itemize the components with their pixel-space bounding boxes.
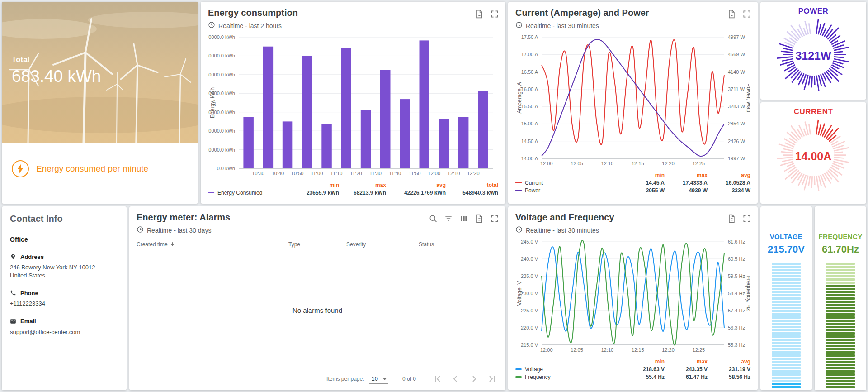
svg-text:12:10: 12:10	[601, 161, 614, 166]
frequency-level-gauge	[826, 263, 855, 389]
legend-stats-header: min max avg	[515, 358, 750, 365]
voltage-frequency-line-chart[interactable]: 215.0 V55.3 Hz220.0 V56.3 Hz225.0 V57.4 …	[508, 235, 758, 356]
clock-icon	[208, 21, 215, 30]
items-per-page-select[interactable]: 10	[369, 373, 388, 384]
power-gauge: 3121W	[775, 17, 851, 95]
svg-text:20000.0 kWh: 20000.0 kWh	[208, 128, 235, 134]
total-caption: Energy consumed per minute	[36, 164, 148, 174]
legend-row-energy-consumed: Energy Consumed 23655.9 kWh 68213.9 kWh …	[208, 189, 498, 196]
power-gauge-card: POWER 3121W	[760, 2, 866, 100]
fullscreen-icon[interactable]	[490, 214, 499, 223]
svg-text:10000.0 kWh: 10000.0 kWh	[208, 147, 235, 153]
svg-text:12:10: 12:10	[448, 171, 460, 176]
svg-text:11:40: 11:40	[389, 171, 401, 176]
svg-text:16.50 A: 16.50 A	[521, 69, 538, 75]
svg-text:70000.0 kWh: 70000.0 kWh	[208, 34, 235, 40]
svg-text:215.0 V: 215.0 V	[521, 342, 538, 348]
next-page-button[interactable]	[465, 370, 483, 388]
stat-min: 2055 W	[622, 187, 665, 194]
timewindow-label[interactable]: Realtime - last 30 days	[147, 227, 211, 234]
svg-text:3711 W: 3711 W	[728, 86, 745, 92]
legend-stats-header: min max avg total	[208, 181, 498, 189]
timewindow-label[interactable]: Realtime - last 30 minutes	[526, 227, 599, 234]
page-range-label: 0 of 0	[402, 376, 416, 382]
voltage-gauge-value: 215.70V	[768, 244, 805, 255]
stat-min: 23655.9 kWh	[300, 190, 339, 196]
column-status[interactable]: Status	[419, 241, 498, 248]
svg-text:11:20: 11:20	[350, 171, 362, 176]
first-page-button[interactable]	[429, 370, 447, 388]
svg-text:12:05: 12:05	[571, 347, 583, 353]
svg-text:235.0 V: 235.0 V	[521, 273, 538, 279]
svg-text:12:20: 12:20	[467, 171, 480, 176]
last-page-button[interactable]	[483, 370, 501, 388]
current-power-card: Current (Amperage) and Power Realtime - …	[508, 2, 758, 204]
total-value: 683.40 kWh	[12, 67, 101, 86]
previous-page-button[interactable]	[447, 370, 465, 388]
avg-header: avg	[708, 172, 750, 178]
export-widget-icon[interactable]	[475, 214, 484, 223]
filter-icon[interactable]	[444, 214, 453, 223]
series-name: Voltage	[525, 366, 543, 373]
current-gauge-value: 14.00A	[775, 117, 851, 195]
voltage-frequency-legend: min max avg Voltage 218.63 V 243.35 V 23…	[508, 356, 758, 385]
svg-text:55.3 Hz: 55.3 Hz	[728, 342, 745, 348]
fullscreen-icon[interactable]	[742, 10, 751, 19]
legend-series-toggle[interactable]: Current	[515, 180, 622, 186]
series-swatch	[208, 192, 214, 193]
frequency-gauge-value: 61.70Hz	[822, 244, 859, 255]
legend-series-toggle[interactable]: Energy Consumed	[208, 190, 300, 196]
card-title: Voltage and Frequency	[515, 212, 614, 223]
legend-row-voltage: Voltage 218.63 V 243.35 V 231.19 V	[515, 365, 750, 373]
stat-avg: 231.19 V	[708, 366, 750, 373]
series-swatch	[515, 190, 522, 191]
svg-text:12:20: 12:20	[662, 161, 675, 166]
current-power-line-chart[interactable]: 14.00 A1997 W14.50 A2426 W15.00 A2854 W1…	[508, 31, 758, 169]
svg-text:12:20: 12:20	[662, 347, 675, 353]
export-widget-icon[interactable]	[475, 10, 484, 19]
svg-text:59.5 Hz: 59.5 Hz	[728, 273, 745, 279]
card-title: Energy consumption	[208, 8, 298, 18]
energy-bar-chart[interactable]: 0.0 kWh10000.0 kWh20000.0 kWh30000.0 kWh…	[201, 31, 505, 179]
column-created-time[interactable]: Created time	[137, 241, 288, 248]
search-icon[interactable]	[429, 214, 438, 223]
column-type[interactable]: Type	[288, 241, 346, 248]
columns-icon[interactable]	[459, 214, 468, 223]
legend-series-toggle[interactable]: Voltage	[515, 366, 622, 373]
legend-series-toggle[interactable]: Power	[515, 187, 622, 194]
svg-text:11:10: 11:10	[330, 171, 343, 176]
fullscreen-icon[interactable]	[742, 214, 751, 223]
lightning-bolt-icon	[12, 160, 29, 177]
svg-text:11:00: 11:00	[311, 171, 323, 176]
svg-text:60.5 Hz: 60.5 Hz	[728, 256, 745, 262]
fullscreen-icon[interactable]	[490, 10, 499, 19]
export-widget-icon[interactable]	[727, 10, 736, 19]
alarms-table-footer: Items per page: 10 0 of 0	[129, 367, 505, 390]
stat-min: 55.4 Hz	[622, 374, 665, 380]
column-severity[interactable]: Severity	[346, 241, 419, 248]
legend-row-current: Current 14.45 A 17.4333 A 16.0528 A	[515, 179, 750, 186]
email-value[interactable]: support@office-center.com	[10, 328, 118, 336]
min-header: min	[622, 359, 665, 365]
export-widget-icon[interactable]	[727, 214, 736, 223]
legend-series-toggle[interactable]: Frequency	[515, 374, 622, 380]
svg-text:17.00 A: 17.00 A	[521, 52, 538, 57]
email-icon	[10, 318, 16, 325]
address-item: Address 246 Bowery New York NY 10012 Uni…	[10, 253, 118, 279]
voltage-frequency-card: Voltage and Frequency Realtime - last 30…	[508, 206, 758, 390]
frequency-gauge-card: FREQUENCY 61.70Hz	[815, 206, 866, 390]
svg-text:1997 W: 1997 W	[728, 156, 745, 161]
svg-text:12:25: 12:25	[693, 347, 705, 353]
total-energy-card: Total 683.40 kWh Energy consumed per min…	[2, 2, 198, 204]
contact-info-card: Contact Info Office Address 246 Bowery N…	[2, 206, 127, 390]
stat-max: 4939 W	[665, 187, 708, 194]
phone-item: Phone +1112223334	[10, 289, 118, 308]
timewindow-label[interactable]: Realtime - last 30 minutes	[526, 22, 599, 29]
series-swatch	[515, 376, 522, 378]
svg-text:245.0 V: 245.0 V	[521, 239, 538, 244]
email-item: Email support@office-center.com	[10, 318, 118, 336]
timewindow-label[interactable]: Realtime - last 2 hours	[218, 22, 282, 29]
svg-text:Power, Watt: Power, Watt	[745, 83, 750, 113]
min-header: min	[622, 172, 665, 178]
phone-value[interactable]: +1112223334	[10, 300, 118, 308]
